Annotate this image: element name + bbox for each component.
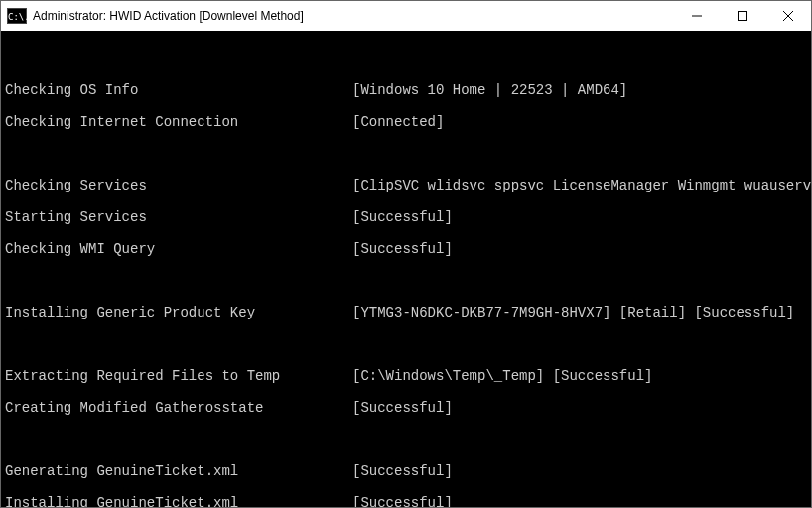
line-value: [Windows 10 Home | 22523 | AMD64] [352, 82, 807, 98]
output-line: Extracting Required Files to Temp[C:\Win… [5, 368, 807, 384]
line-value: [ClipSVC wlidsvc sppsvc LicenseManager W… [352, 178, 811, 193]
line-label: Extracting Required Files to Temp [5, 368, 352, 384]
line-label: Starting Services [5, 209, 352, 225]
console-output[interactable]: Checking OS Info[Windows 10 Home | 22523… [1, 31, 811, 507]
line-value: [Connected] [352, 114, 807, 130]
cmd-window: C:\. Administrator: HWID Activation [Dow… [0, 0, 812, 508]
line-label: Checking WMI Query [5, 241, 352, 257]
line-value: [YTMG3-N6DKC-DKB77-7M9GH-8HVX7] [Retail]… [352, 305, 807, 320]
window-controls [674, 1, 811, 31]
line-label: Checking Services [5, 178, 352, 193]
output-line: Checking OS Info[Windows 10 Home | 22523… [5, 82, 807, 98]
cmd-icon: C:\. [7, 8, 27, 24]
output-line: Creating Modified Gatherosstate[Successf… [5, 400, 807, 416]
line-label: Checking OS Info [5, 82, 352, 98]
line-value: [Successful] [352, 209, 807, 225]
output-line: Installing Generic Product Key[YTMG3-N6D… [5, 305, 807, 320]
titlebar[interactable]: C:\. Administrator: HWID Activation [Dow… [1, 1, 811, 31]
maximize-icon [738, 11, 747, 21]
line-value: [Successful] [352, 241, 807, 257]
line-label: Installing GenuineTicket.xml [5, 495, 352, 507]
output-line: Checking Services[ClipSVC wlidsvc sppsvc… [5, 178, 807, 193]
minimize-button[interactable] [674, 1, 720, 31]
line-label: Installing Generic Product Key [5, 305, 352, 320]
output-line: Installing GenuineTicket.xml[Successful] [5, 495, 807, 507]
line-value: [Successful] [352, 495, 807, 507]
output-line: Checking WMI Query[Successful] [5, 241, 807, 257]
maximize-button[interactable] [720, 1, 765, 31]
output-line: Starting Services[Successful] [5, 209, 807, 225]
line-label: Checking Internet Connection [5, 114, 352, 130]
close-icon [783, 11, 793, 21]
line-value: [Successful] [352, 400, 807, 416]
svg-rect-1 [739, 12, 747, 21]
window-title: Administrator: HWID Activation [Downleve… [33, 9, 674, 23]
output-line: Checking Internet Connection[Connected] [5, 114, 807, 130]
close-button[interactable] [765, 1, 811, 31]
minimize-icon [692, 11, 702, 21]
line-value: [Successful] [352, 463, 807, 479]
line-value: [C:\Windows\Temp\_Temp] [Successful] [352, 368, 807, 384]
output-line: Generating GenuineTicket.xml[Successful] [5, 463, 807, 479]
line-label: Creating Modified Gatherosstate [5, 400, 352, 416]
line-label: Generating GenuineTicket.xml [5, 463, 352, 479]
